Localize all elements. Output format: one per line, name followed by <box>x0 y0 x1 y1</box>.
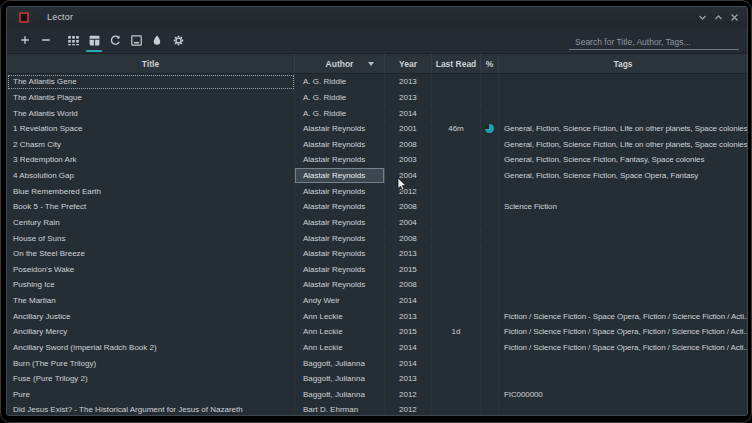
minimize-button[interactable] <box>696 11 708 23</box>
cell-title[interactable]: Blue Remembered Earth <box>7 183 295 199</box>
cell-percent[interactable] <box>481 324 499 340</box>
cell-author[interactable]: Ann Leckie <box>295 340 385 356</box>
cell-percent[interactable] <box>481 90 499 106</box>
column-header-percent[interactable]: % <box>481 54 499 73</box>
cell-last-read[interactable] <box>432 230 481 246</box>
cell-tags[interactable]: FIC000000 <box>499 387 747 403</box>
table-row[interactable]: 3 Redemption Ark Alastair Reynolds 2003 … <box>7 152 747 168</box>
cell-year[interactable]: 2014 <box>385 340 432 356</box>
cell-tags[interactable]: Fiction / Science Fiction / Space Opera,… <box>499 340 747 356</box>
close-button[interactable] <box>728 11 740 23</box>
cell-title[interactable]: 2 Chasm City <box>7 137 295 153</box>
cell-year[interactable]: 2013 <box>385 371 432 387</box>
cell-tags[interactable] <box>499 371 747 387</box>
table-row[interactable]: The Atlantis Gene A. G. Riddle 2013 <box>7 74 747 90</box>
cell-percent[interactable] <box>481 308 499 324</box>
cell-last-read[interactable] <box>432 387 481 403</box>
cell-year[interactable]: 2003 <box>385 152 432 168</box>
cell-title[interactable]: Fuse (Pure Trilogy 2) <box>7 371 295 387</box>
cell-tags[interactable]: Science Fiction <box>499 199 747 215</box>
cell-last-read[interactable] <box>432 277 481 293</box>
cell-author[interactable]: Bart D. Ehrman <box>295 402 385 415</box>
cell-last-read[interactable] <box>432 215 481 231</box>
table-view-button[interactable] <box>86 32 102 48</box>
cell-year[interactable]: 2004 <box>385 168 432 184</box>
cell-last-read[interactable] <box>432 262 481 278</box>
column-header-tags[interactable]: Tags <box>499 54 747 73</box>
cell-tags[interactable] <box>499 215 747 231</box>
search-input[interactable] <box>569 35 739 50</box>
cell-percent[interactable] <box>481 230 499 246</box>
table-row[interactable]: Ancillary Sword (Imperial Radch Book 2) … <box>7 340 747 356</box>
cell-title[interactable]: Century Rain <box>7 215 295 231</box>
cell-author[interactable]: Alastair Reynolds <box>295 215 385 231</box>
reader-view-button[interactable] <box>128 32 144 48</box>
cell-last-read[interactable]: 46m <box>432 121 481 137</box>
cell-last-read[interactable] <box>432 90 481 106</box>
cell-percent[interactable] <box>481 152 499 168</box>
table-row[interactable]: Ancillary Mercy Ann Leckie 2015 1d Ficti… <box>7 324 747 340</box>
cell-year[interactable]: 2001 <box>385 121 432 137</box>
cell-tags[interactable] <box>499 230 747 246</box>
cell-title[interactable]: Ancillary Mercy <box>7 324 295 340</box>
cell-last-read[interactable] <box>432 199 481 215</box>
cell-title[interactable]: Pure <box>7 387 295 403</box>
cell-percent[interactable] <box>481 121 499 137</box>
cell-tags[interactable] <box>499 262 747 278</box>
cell-percent[interactable] <box>481 183 499 199</box>
cell-year[interactable]: 2013 <box>385 90 432 106</box>
cell-last-read[interactable] <box>432 74 481 90</box>
cell-percent[interactable] <box>481 168 499 184</box>
cell-percent[interactable] <box>481 246 499 262</box>
cell-tags[interactable]: General, Fiction, Science Fiction, Life … <box>499 137 747 153</box>
cell-tags[interactable] <box>499 277 747 293</box>
cell-title[interactable]: House of Suns <box>7 230 295 246</box>
table-row[interactable]: The Atlantis World A. G. Riddle 2014 <box>7 105 747 121</box>
cell-author[interactable]: A. G. Riddle <box>295 105 385 121</box>
cell-title[interactable]: The Martian <box>7 293 295 309</box>
cell-author[interactable]: A. G. Riddle <box>295 74 385 90</box>
titlebar[interactable]: Lector <box>7 7 747 27</box>
cell-year[interactable]: 2008 <box>385 277 432 293</box>
cell-year[interactable]: 2015 <box>385 324 432 340</box>
cell-percent[interactable] <box>481 277 499 293</box>
settings-button[interactable] <box>170 32 186 48</box>
cell-percent[interactable] <box>481 137 499 153</box>
cell-tags[interactable]: General, Fiction, Science Fiction, Fanta… <box>499 152 747 168</box>
cell-title[interactable]: Poseidon's Wake <box>7 262 295 278</box>
table-row[interactable]: Fuse (Pure Trilogy 2) Baggott, Julianna … <box>7 371 747 387</box>
cell-tags[interactable]: General, Fiction, Science Fiction, Space… <box>499 168 747 184</box>
column-header-year[interactable]: Year <box>385 54 432 73</box>
table-row[interactable]: 1 Revelation Space Alastair Reynolds 200… <box>7 121 747 137</box>
table-row[interactable]: 4 Absolution Gap Alastair Reynolds 2004 … <box>7 168 747 184</box>
cell-title[interactable]: Did Jesus Exist? - The Historical Argume… <box>7 402 295 415</box>
cell-title[interactable]: 3 Redemption Ark <box>7 152 295 168</box>
cell-year[interactable]: 2013 <box>385 74 432 90</box>
table-row[interactable]: On the Steel Breeze Alastair Reynolds 20… <box>7 246 747 262</box>
cell-title[interactable]: Ancillary Sword (Imperial Radch Book 2) <box>7 340 295 356</box>
cell-year[interactable]: 2012 <box>385 387 432 403</box>
cell-title[interactable]: Book 5 - The Prefect <box>7 199 295 215</box>
cell-percent[interactable] <box>481 340 499 356</box>
cell-percent[interactable] <box>481 387 499 403</box>
table-row[interactable]: House of Suns Alastair Reynolds 2008 <box>7 230 747 246</box>
cell-last-read[interactable] <box>432 402 481 415</box>
cell-percent[interactable] <box>481 355 499 371</box>
cell-percent[interactable] <box>481 199 499 215</box>
cell-last-read[interactable] <box>432 371 481 387</box>
cell-author[interactable]: Baggott, Julianna <box>295 355 385 371</box>
add-book-button[interactable] <box>17 32 33 48</box>
table-row[interactable]: Did Jesus Exist? - The Historical Argume… <box>7 402 747 415</box>
cell-year[interactable]: 2014 <box>385 355 432 371</box>
cell-author[interactable]: Alastair Reynolds <box>295 230 385 246</box>
cell-percent[interactable] <box>481 293 499 309</box>
cell-percent[interactable] <box>481 105 499 121</box>
cell-percent[interactable] <box>481 402 499 415</box>
table-row[interactable]: Century Rain Alastair Reynolds 2004 <box>7 215 747 231</box>
cell-year[interactable]: 2012 <box>385 183 432 199</box>
column-header-title[interactable]: Title <box>7 54 295 73</box>
cell-year[interactable]: 2008 <box>385 137 432 153</box>
cell-author[interactable]: Ann Leckie <box>295 308 385 324</box>
cell-last-read[interactable] <box>432 340 481 356</box>
cell-author[interactable]: Alastair Reynolds <box>295 277 385 293</box>
